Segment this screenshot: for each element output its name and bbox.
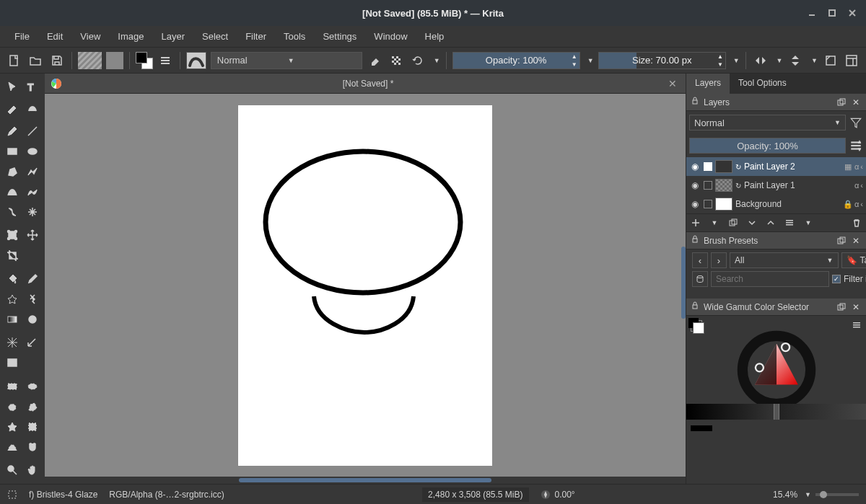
layer-name[interactable]: Background bbox=[735, 199, 840, 209]
storage-icon[interactable] bbox=[692, 271, 708, 287]
close-panel-icon[interactable]: ✕ bbox=[850, 235, 862, 247]
brush-preset-preview[interactable] bbox=[186, 52, 206, 69]
ellipse-tool[interactable] bbox=[23, 142, 42, 161]
polyline-tool[interactable] bbox=[23, 162, 42, 181]
color-history[interactable] bbox=[686, 404, 774, 420]
filter-in-tag-checkbox[interactable]: ✓ Filter in Tag bbox=[832, 274, 866, 284]
brush-tag-button[interactable]: 🔖 Tag ▼ bbox=[841, 252, 866, 268]
assistants-tool[interactable] bbox=[3, 333, 22, 352]
more-icon[interactable]: ‹ bbox=[860, 181, 863, 190]
polygon-select-tool[interactable] bbox=[23, 397, 42, 416]
vertical-scrollbar[interactable] bbox=[681, 247, 686, 319]
blend-mode-select[interactable]: Normal ▼ bbox=[211, 52, 362, 69]
layer-name[interactable]: Paint Layer 1 bbox=[744, 180, 852, 190]
transform-tool[interactable] bbox=[3, 226, 22, 244]
close-panel-icon[interactable]: ✕ bbox=[850, 301, 862, 313]
dynamic-brush-tool[interactable] bbox=[3, 203, 22, 221]
ellipse-select-tool[interactable] bbox=[23, 377, 42, 396]
open-file-icon[interactable] bbox=[27, 52, 45, 69]
menu-image[interactable]: Image bbox=[109, 27, 152, 46]
brush-tag-filter[interactable]: All ▼ bbox=[730, 252, 839, 268]
close-panel-icon[interactable]: ✕ bbox=[850, 97, 862, 108]
close-button[interactable] bbox=[844, 5, 860, 21]
menu-window[interactable]: Window bbox=[365, 27, 416, 46]
chevron-down-icon[interactable]: ▼ bbox=[587, 57, 594, 64]
layer-properties-dropdown[interactable]: ▼ bbox=[802, 216, 815, 229]
zoom-slider[interactable] bbox=[815, 493, 859, 496]
chevron-down-icon[interactable]: ▼ bbox=[811, 57, 818, 64]
eraser-icon[interactable] bbox=[367, 52, 384, 69]
fill-tool[interactable] bbox=[3, 270, 22, 288]
move-tool[interactable] bbox=[23, 226, 42, 244]
smart-patch-tool[interactable] bbox=[23, 290, 42, 309]
text-tool[interactable]: T bbox=[23, 78, 42, 97]
chevron-down-icon[interactable]: ▼ bbox=[434, 57, 440, 64]
menu-edit[interactable]: Edit bbox=[38, 27, 71, 46]
selection-mode-icon[interactable] bbox=[7, 490, 17, 500]
brush-prev-button[interactable]: ‹ bbox=[692, 252, 708, 268]
float-panel-icon[interactable] bbox=[836, 97, 847, 108]
polygon-tool[interactable] bbox=[3, 162, 22, 181]
freehand-path-tool[interactable] bbox=[23, 182, 42, 201]
maximize-button[interactable] bbox=[824, 5, 840, 21]
tab-tool-options[interactable]: Tool Options bbox=[730, 74, 795, 94]
layer-properties-button[interactable] bbox=[783, 216, 796, 229]
menu-view[interactable]: View bbox=[71, 27, 109, 46]
measure-tool[interactable] bbox=[23, 333, 42, 352]
wraparound-icon[interactable] bbox=[822, 52, 839, 69]
opacity-spinner[interactable]: ▲▼ bbox=[569, 53, 579, 68]
brush-search-input[interactable] bbox=[711, 271, 829, 287]
gradient-swatch[interactable] bbox=[78, 52, 102, 69]
bezier-select-tool[interactable] bbox=[3, 438, 22, 456]
menu-file[interactable]: File bbox=[6, 27, 38, 46]
minimize-button[interactable] bbox=[804, 5, 820, 21]
layer-row[interactable]: ◉ Background 🔒α‹ bbox=[686, 195, 866, 213]
float-panel-icon[interactable] bbox=[836, 301, 847, 313]
brush-next-button[interactable]: › bbox=[711, 252, 727, 268]
multibrush-tool[interactable] bbox=[23, 203, 42, 221]
brush-tool[interactable] bbox=[3, 122, 22, 141]
colorize-mask-tool[interactable] bbox=[3, 290, 22, 309]
menu-help[interactable]: Help bbox=[416, 27, 453, 46]
mirror-vertical-icon[interactable] bbox=[787, 52, 804, 69]
mirror-horizontal-icon[interactable] bbox=[752, 52, 769, 69]
chevron-down-icon[interactable]: ▼ bbox=[776, 57, 782, 64]
canvas[interactable] bbox=[238, 105, 492, 466]
float-panel-icon[interactable] bbox=[836, 235, 847, 247]
rotation-field[interactable]: 0.00° bbox=[541, 490, 575, 500]
opacity-slider[interactable]: Opacity: 100% ▲▼ bbox=[452, 52, 580, 69]
brush-settings-icon[interactable] bbox=[157, 52, 175, 69]
zoom-tool[interactable] bbox=[3, 461, 22, 479]
zoom-control[interactable]: 15.4% ▼ bbox=[773, 490, 859, 500]
workspace-icon[interactable] bbox=[843, 52, 860, 69]
color-history[interactable] bbox=[779, 404, 867, 420]
save-file-icon[interactable] bbox=[48, 52, 66, 69]
horizontal-scrollbar[interactable] bbox=[49, 478, 681, 482]
calligraphy-tool[interactable] bbox=[23, 98, 42, 117]
lock-icon[interactable]: 🔒 bbox=[843, 200, 853, 209]
color-swatch[interactable] bbox=[691, 425, 712, 431]
contiguous-select-tool[interactable] bbox=[3, 417, 22, 436]
move-layer-up-button[interactable] bbox=[764, 216, 777, 229]
bezier-tool[interactable] bbox=[3, 182, 22, 201]
gradient-tool[interactable] bbox=[3, 310, 22, 329]
color-wheel[interactable] bbox=[737, 330, 816, 410]
menu-select[interactable]: Select bbox=[193, 27, 237, 46]
menu-layer[interactable]: Layer bbox=[152, 27, 193, 46]
similar-color-select-tool[interactable] bbox=[23, 417, 42, 436]
pointer-tool[interactable] bbox=[3, 78, 22, 97]
reference-images-tool[interactable] bbox=[3, 353, 22, 372]
color-swatch[interactable] bbox=[136, 52, 153, 69]
alpha-lock-icon[interactable] bbox=[388, 52, 405, 69]
pattern-swatch[interactable] bbox=[106, 52, 123, 69]
visibility-icon[interactable]: ◉ bbox=[689, 199, 701, 209]
color-selector[interactable] bbox=[686, 316, 866, 424]
layer-blend-select[interactable]: Normal ▼ bbox=[689, 115, 846, 131]
freehand-select-tool[interactable] bbox=[3, 397, 22, 416]
add-layer-dropdown[interactable]: ▼ bbox=[708, 216, 721, 229]
magnetic-select-tool[interactable] bbox=[23, 438, 42, 456]
tab-layers[interactable]: Layers bbox=[686, 74, 730, 94]
layer-opacity-slider[interactable]: Opacity: 100% ▲▼ bbox=[689, 138, 846, 154]
menu-settings[interactable]: Settings bbox=[314, 27, 365, 46]
pattern-edit-tool[interactable] bbox=[23, 310, 42, 329]
